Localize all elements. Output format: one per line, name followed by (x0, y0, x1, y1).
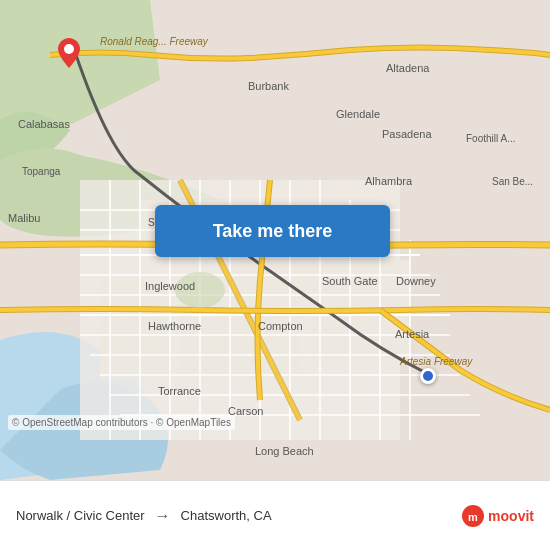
svg-text:Foothill A...: Foothill A... (466, 133, 515, 144)
route-destination: Chatsworth, CA (181, 508, 272, 523)
moovit-logo: m moovit (462, 505, 534, 527)
svg-text:Torrance: Torrance (158, 385, 201, 397)
route-info: Norwalk / Civic Center → Chatsworth, CA … (16, 505, 534, 527)
svg-text:Calabasas: Calabasas (18, 118, 70, 130)
svg-text:Burbank: Burbank (248, 80, 289, 92)
svg-text:Hawthorne: Hawthorne (148, 320, 201, 332)
svg-text:Long Beach: Long Beach (255, 445, 314, 457)
take-me-there-button[interactable]: Take me there (155, 205, 390, 257)
bottom-bar: Norwalk / Civic Center → Chatsworth, CA … (0, 480, 550, 550)
svg-text:Malibu: Malibu (8, 212, 40, 224)
svg-text:Alhambra: Alhambra (365, 175, 413, 187)
svg-point-53 (64, 44, 74, 54)
svg-text:Compton: Compton (258, 320, 303, 332)
svg-text:Artesia Freeway: Artesia Freeway (399, 356, 473, 367)
svg-text:Altadena: Altadena (386, 62, 430, 74)
route-arrow-icon: → (155, 507, 171, 525)
svg-text:Inglewood: Inglewood (145, 280, 195, 292)
svg-text:South Gate: South Gate (322, 275, 378, 287)
moovit-logo-icon: m (462, 505, 484, 527)
svg-text:Glendale: Glendale (336, 108, 380, 120)
svg-text:m: m (468, 511, 478, 523)
svg-text:Topanga: Topanga (22, 166, 61, 177)
destination-marker (420, 368, 436, 384)
svg-text:San Be...: San Be... (492, 176, 533, 187)
route-origin: Norwalk / Civic Center (16, 508, 145, 523)
origin-marker (58, 38, 80, 72)
svg-text:Downey: Downey (396, 275, 436, 287)
svg-text:Ronald Reag... Freeway: Ronald Reag... Freeway (100, 36, 209, 47)
moovit-brand-name: moovit (488, 508, 534, 524)
svg-text:Pasadena: Pasadena (382, 128, 432, 140)
map-copyright: © OpenStreetMap contributors · © OpenMap… (8, 415, 235, 430)
svg-text:Artesia: Artesia (395, 328, 430, 340)
map-container: Calabasas Topanga Malibu Santa M... Burb… (0, 0, 550, 480)
